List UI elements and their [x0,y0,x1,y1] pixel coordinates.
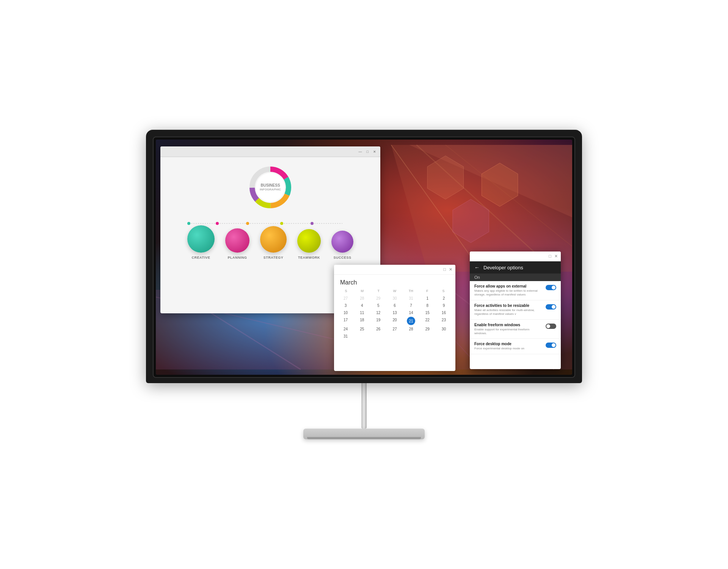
calendar-month: March [334,275,455,288]
toggle-knob [552,343,555,347]
calendar-close-btn[interactable]: ✕ [449,267,452,272]
cal-day[interactable]: 20 [387,317,402,325]
dev-option-1-toggle[interactable] [546,285,556,290]
calendar-weekdays: S M T W TH F S [338,288,452,294]
dev-option-2-text: Force activities to be resizable Make al… [474,303,543,316]
cal-day[interactable]: 25 [354,326,370,332]
connecting-lines [168,218,373,229]
cal-day[interactable]: 30 [387,295,402,302]
cal-day[interactable]: 2 [436,295,452,302]
dev-option-4-text: Force desktop mode Force experimental de… [474,342,543,351]
cal-day[interactable]: 8 [420,302,435,309]
cal-day[interactable]: 31 [338,333,353,340]
circle-creative-bubble [187,225,215,253]
cal-day[interactable]: 27 [387,326,402,332]
cal-day[interactable]: 14 [403,310,419,316]
dev-option-3-title: Enable freeform windows [474,323,543,327]
dev-title-label: Developer options [483,265,523,270]
cal-day[interactable]: 18 [354,317,370,325]
cal-day[interactable]: 3 [338,302,353,309]
cal-day[interactable]: 7 [403,302,419,309]
cal-day[interactable]: 28 [354,295,370,302]
cal-day[interactable]: 15 [420,310,435,316]
cal-day[interactable]: 1 [420,295,435,302]
cal-day[interactable]: 24 [338,326,353,332]
circle-creative: CREATIVE [187,225,215,259]
stand-neck [361,383,367,429]
cal-day[interactable]: 4 [354,302,370,309]
toggle-knob [552,305,555,309]
dev-option-2: Force activities to be resizable Make al… [470,300,561,320]
cal-day[interactable]: 10 [338,310,353,316]
dev-option-1-title: Force allow apps on external [474,284,543,288]
maximize-btn[interactable]: □ [366,149,370,154]
circle-teamwork-bubble [297,229,321,253]
cal-day[interactable]: 23 [436,317,452,325]
weekday-f: F [419,288,435,294]
cal-day[interactable]: 11 [354,310,370,316]
weekday-m: M [354,288,370,294]
dev-option-1-text: Force allow apps on external Makes any a… [474,284,543,297]
dev-option-3-desc: Enable support for experimental freeform… [474,328,543,336]
cal-day[interactable]: 6 [387,302,402,309]
cal-day[interactable]: 5 [370,302,386,309]
close-btn[interactable]: ✕ [372,149,377,154]
cal-day[interactable]: 28 [403,326,419,332]
dev-back-button[interactable]: ← [474,264,480,270]
donut-label-line2: INFOGRAPHIC [260,188,281,192]
cal-day[interactable]: 19 [370,317,386,325]
cal-day[interactable]: 17 [338,317,353,325]
svg-point-27 [216,222,219,225]
dev-status: On [470,273,561,281]
monitor-stand [303,383,425,439]
monitor-wrapper: — □ ✕ [136,130,592,439]
circle-strategy: STRATEGY [260,226,287,259]
window-calendar: □ ✕ March S M T W TH F [334,265,455,371]
dev-option-3: Enable freeform windows Enable support f… [470,320,561,339]
cal-day[interactable]: 31 [403,295,419,302]
circle-teamwork: TEAMWORK [297,229,321,259]
cal-day[interactable]: 12 [370,310,386,316]
calendar-grid: S M T W TH F S 27 28 29 [334,288,455,340]
infographic-titlebar: — □ ✕ [160,146,380,157]
circle-strategy-label: STRATEGY [264,256,283,259]
dev-option-2-title: Force activities to be resizable [474,303,543,308]
dev-option-3-toggle[interactable] [546,324,556,329]
circle-planning-bubble [225,228,249,253]
dev-titlebar: □ ✕ [470,251,561,261]
toggle-knob [552,286,555,289]
cal-day[interactable]: 29 [370,295,386,302]
dev-option-1-desc: Makes any app eligible to be written to … [474,289,543,297]
circle-teamwork-label: TEAMWORK [298,256,320,259]
cal-day[interactable]: 26 [370,326,386,332]
cal-day-today[interactable]: 21 [407,317,415,325]
dev-header: ← Developer options [470,261,561,273]
cal-day[interactable]: 16 [436,310,452,316]
dev-option-2-desc: Make all activities resizable for multi-… [474,308,543,316]
dev-option-3-text: Enable freeform windows Enable support f… [474,323,543,336]
circle-success-bubble [331,231,353,253]
donut-label: BUSINESS INFOGRAPHIC [260,183,281,192]
dev-maximize-btn[interactable]: □ [549,254,551,258]
calendar-days: 27 28 29 30 31 1 2 3 4 5 6 7 [338,295,452,340]
circles-row: CREATIVE PLANNING STRATEGY [184,225,357,259]
dev-option-2-toggle[interactable] [546,304,556,310]
dev-option-4-desc: Force experimental desktop mode on [474,347,543,351]
weekday-s2: S [435,288,452,294]
calendar-titlebar: □ ✕ [334,265,455,275]
cal-day[interactable]: 22 [420,317,435,325]
dev-option-4-toggle[interactable] [546,343,556,348]
cal-day[interactable]: 30 [436,326,452,332]
minimize-btn[interactable]: — [358,149,363,154]
cal-day[interactable]: 29 [420,326,435,332]
cal-day[interactable]: 27 [338,295,353,302]
cal-day[interactable]: 9 [436,302,452,309]
circle-strategy-bubble [260,226,287,253]
dev-close-btn[interactable]: ✕ [554,254,558,258]
circle-success: SUCCESS [331,231,353,259]
calendar-maximize-btn[interactable]: □ [443,267,446,272]
svg-point-30 [311,222,314,225]
cal-day[interactable]: 13 [387,310,402,316]
weekday-w: W [387,288,403,294]
dev-option-4: Force desktop mode Force experimental de… [470,339,561,354]
